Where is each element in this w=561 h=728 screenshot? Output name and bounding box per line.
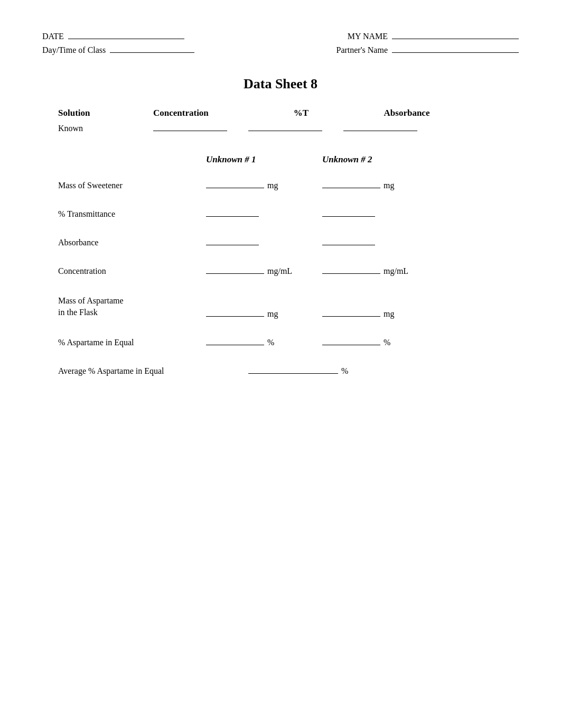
absorbance-u2-line xyxy=(322,245,375,245)
pct-aspartame-u1-cell: % xyxy=(206,338,322,347)
mass-aspartame-line1: Mass of Aspartame xyxy=(58,295,206,307)
col-header-pct-t: %T xyxy=(248,108,354,118)
concentration-label: Concentration xyxy=(58,266,206,276)
pct-transmittance-label: % Transmittance xyxy=(58,209,206,219)
mass-aspartame-u1-unit: mg xyxy=(267,309,278,319)
known-label: Known xyxy=(58,124,153,133)
myname-input-line xyxy=(392,39,519,39)
mass-aspartame-u2-line xyxy=(322,316,380,317)
pct-aspartame-equal-label: % Aspartame in Equal xyxy=(58,338,206,347)
known-concentration-line xyxy=(153,131,227,131)
unknown2-header: Unknown # 2 xyxy=(322,154,438,165)
known-absorbance-line xyxy=(343,131,417,131)
myname-label: MY NAME xyxy=(348,32,388,41)
date-input-line xyxy=(68,39,184,39)
page-title: Data Sheet 8 xyxy=(244,76,317,91)
daytime-input-line xyxy=(110,52,194,53)
col-header-solution: Solution xyxy=(58,108,153,118)
mass-sweetener-u1-unit: mg xyxy=(267,181,278,190)
mass-aspartame-u2-cell: mg xyxy=(322,309,438,319)
pct-aspartame-u2-cell: % xyxy=(322,338,438,347)
mass-sweetener-u2-cell: mg xyxy=(322,181,438,190)
mass-aspartame-line2: in the Flask xyxy=(58,307,206,318)
absorbance-u1-cell xyxy=(206,245,322,245)
absorbance-u2-cell xyxy=(322,245,438,245)
date-label: DATE xyxy=(42,32,64,41)
mass-sweetener-u2-unit: mg xyxy=(384,181,394,190)
known-pct-line xyxy=(248,131,322,131)
absorbance-label: Absorbance xyxy=(58,238,206,247)
partners-input-line xyxy=(392,52,519,53)
concentration-u1-line xyxy=(206,273,264,274)
partners-label: Partner's Name xyxy=(336,45,388,55)
concentration-u2-unit: mg/mL xyxy=(384,266,408,276)
pct-transmittance-u2-line xyxy=(322,216,375,217)
col-header-absorbance: Absorbance xyxy=(354,108,460,118)
daytime-label: Day/Time of Class xyxy=(42,45,106,55)
avg-pct-aspartame-unit: % xyxy=(341,366,348,376)
pct-transmittance-u1-line xyxy=(206,216,259,217)
concentration-u1-cell: mg/mL xyxy=(206,266,322,276)
avg-pct-aspartame-line xyxy=(248,373,338,374)
mass-aspartame-u2-unit: mg xyxy=(384,309,394,319)
col-header-concentration: Concentration xyxy=(153,108,248,118)
mass-sweetener-u2-line xyxy=(322,188,380,188)
absorbance-u1-line xyxy=(206,245,259,245)
mass-aspartame-u1-cell: mg xyxy=(206,309,322,319)
concentration-u2-line xyxy=(322,273,380,274)
pct-aspartame-u2-unit: % xyxy=(384,338,390,347)
mass-aspartame-label: Mass of Aspartame in the Flask xyxy=(58,295,206,319)
mass-sweetener-u1-line xyxy=(206,188,264,188)
concentration-u1-unit: mg/mL xyxy=(267,266,292,276)
pct-aspartame-u2-line xyxy=(322,345,380,345)
pct-aspartame-u1-line xyxy=(206,345,264,345)
pct-transmittance-u1-cell xyxy=(206,216,322,217)
concentration-u2-cell: mg/mL xyxy=(322,266,438,276)
mass-sweetener-u1-cell: mg xyxy=(206,181,322,190)
mass-sweetener-label: Mass of Sweetener xyxy=(58,181,206,190)
avg-pct-aspartame-label: Average % Aspartame in Equal xyxy=(58,366,248,376)
avg-pct-aspartame-cell: % xyxy=(248,366,348,376)
pct-aspartame-u1-unit: % xyxy=(267,338,274,347)
mass-aspartame-u1-line xyxy=(206,316,264,317)
pct-transmittance-u2-cell xyxy=(322,216,438,217)
unknown1-header: Unknown # 1 xyxy=(206,154,322,165)
